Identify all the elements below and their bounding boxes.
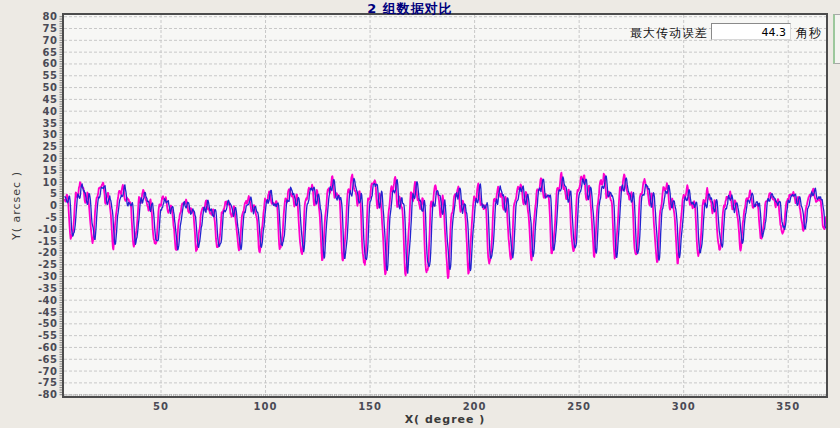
svg-text:-80: -80	[38, 389, 58, 400]
svg-text:-30: -30	[38, 271, 58, 282]
y-axis-label: Y( arcsec )	[10, 156, 23, 256]
svg-text:-35: -35	[38, 283, 58, 294]
svg-text:-5: -5	[45, 212, 57, 223]
svg-text:50: 50	[153, 401, 169, 412]
svg-text:200: 200	[463, 401, 487, 412]
svg-text:70: 70	[43, 35, 58, 46]
svg-text:100: 100	[254, 401, 278, 412]
svg-text:350: 350	[776, 401, 800, 412]
svg-text:20: 20	[43, 153, 58, 164]
svg-text:-55: -55	[38, 330, 58, 341]
svg-text:5: 5	[50, 188, 57, 199]
svg-text:-10: -10	[38, 224, 58, 235]
svg-text:-50: -50	[38, 318, 58, 329]
svg-text:60: 60	[43, 58, 58, 69]
svg-text:-65: -65	[38, 354, 58, 365]
svg-text:55: 55	[43, 70, 58, 81]
svg-text:250: 250	[567, 401, 591, 412]
svg-text:300: 300	[672, 401, 696, 412]
svg-text:150: 150	[358, 401, 382, 412]
svg-text:75: 75	[43, 23, 58, 34]
svg-text:65: 65	[43, 47, 58, 58]
svg-text:-25: -25	[38, 259, 58, 270]
svg-text:0: 0	[50, 200, 57, 211]
svg-text:-45: -45	[38, 307, 58, 318]
svg-text:15: 15	[43, 165, 58, 176]
svg-text:35: 35	[43, 118, 58, 129]
svg-text:-20: -20	[38, 247, 58, 258]
adjacent-panel-edge[interactable]	[833, 14, 840, 64]
svg-text:30: 30	[43, 129, 58, 140]
max-error-value-field[interactable]	[711, 23, 791, 40]
x-axis-label: X( degree )	[0, 413, 840, 426]
svg-text:40: 40	[43, 106, 58, 117]
svg-text:45: 45	[43, 94, 58, 105]
chart-title: 2 组数据对比	[0, 0, 820, 18]
svg-text:-75: -75	[38, 377, 58, 388]
plot-canvas: -80-75-70-65-60-55-50-45-40-35-30-25-20-…	[0, 0, 840, 428]
svg-text:10: 10	[43, 177, 58, 188]
svg-text:50: 50	[43, 82, 58, 93]
svg-text:-40: -40	[38, 295, 58, 306]
svg-text:-70: -70	[38, 366, 58, 377]
svg-text:25: 25	[43, 141, 58, 152]
svg-text:-60: -60	[38, 342, 58, 353]
svg-text:-15: -15	[38, 236, 58, 247]
